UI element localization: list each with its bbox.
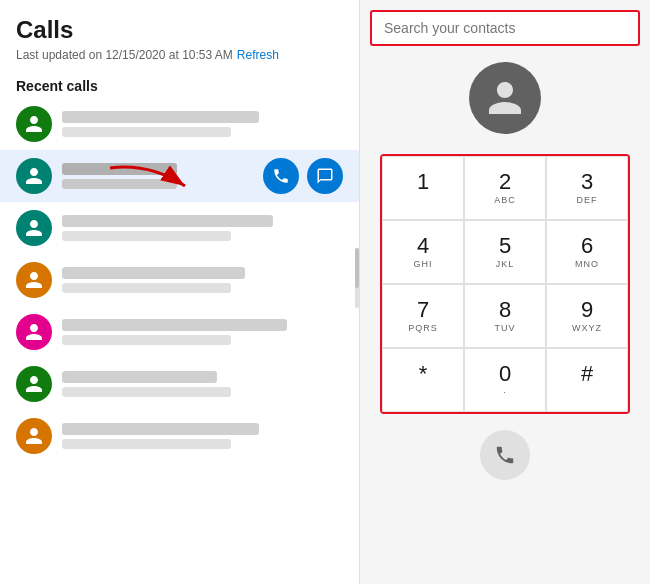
last-updated-line: Last updated on 12/15/2020 at 10:53 AM R… <box>16 48 343 62</box>
dial-number-hash: # <box>581 363 593 385</box>
contact-detail-blur-7 <box>62 439 231 449</box>
action-buttons <box>263 158 343 194</box>
contact-info-7 <box>62 423 343 449</box>
dial-key-7[interactable]: 7 PQRS <box>382 284 464 348</box>
dial-key-0[interactable]: 0 · <box>464 348 546 412</box>
contact-name-blur-7 <box>62 423 259 435</box>
dial-key-1[interactable]: 1 <box>382 156 464 220</box>
last-updated-text: Last updated on 12/15/2020 at 10:53 AM <box>16 48 233 62</box>
dial-key-9[interactable]: 9 WXYZ <box>546 284 628 348</box>
contact-info-2 <box>62 163 253 189</box>
contact-name-blur-5 <box>62 319 287 331</box>
dial-letters-hash <box>585 387 589 397</box>
dial-number-9: 9 <box>581 299 593 321</box>
page-title: Calls <box>16 16 343 44</box>
dial-key-6[interactable]: 6 MNO <box>546 220 628 284</box>
call-item-3[interactable] <box>0 202 359 254</box>
call-action-button[interactable] <box>263 158 299 194</box>
call-item-5[interactable] <box>0 306 359 358</box>
dial-key-hash[interactable]: # <box>546 348 628 412</box>
avatar-3 <box>16 210 52 246</box>
dial-key-4[interactable]: 4 GHI <box>382 220 464 284</box>
contact-info-5 <box>62 319 343 345</box>
contact-detail-blur-2 <box>62 179 177 189</box>
contact-detail-blur-3 <box>62 231 231 241</box>
contact-detail-blur-5 <box>62 335 231 345</box>
contact-detail-blur-6 <box>62 387 231 397</box>
contact-info-1 <box>62 111 343 137</box>
dial-number-1: 1 <box>417 171 429 193</box>
call-item-7[interactable] <box>0 410 359 462</box>
left-panel: Calls Last updated on 12/15/2020 at 10:5… <box>0 0 360 584</box>
call-item-1[interactable] <box>0 98 359 150</box>
dial-key-3[interactable]: 3 DEF <box>546 156 628 220</box>
avatar-7 <box>16 418 52 454</box>
dial-letters-6: MNO <box>575 259 599 269</box>
dial-number-7: 7 <box>417 299 429 321</box>
dial-key-5[interactable]: 5 JKL <box>464 220 546 284</box>
dial-letters-0: · <box>503 387 507 397</box>
bottom-call-button[interactable] <box>480 430 530 480</box>
dial-number-3: 3 <box>581 171 593 193</box>
dial-letters-8: TUV <box>495 323 516 333</box>
contact-name-blur-2 <box>62 163 177 175</box>
call-item-6[interactable] <box>0 358 359 410</box>
dial-letters-5: JKL <box>496 259 515 269</box>
contact-detail-blur-1 <box>62 127 231 137</box>
search-box <box>370 10 640 46</box>
dial-number-2: 2 <box>499 171 511 193</box>
avatar-2 <box>16 158 52 194</box>
dial-letters-9: WXYZ <box>572 323 602 333</box>
dial-number-star: * <box>419 363 428 385</box>
right-panel: 1 2 ABC 3 DEF 4 GHI 5 JKL <box>360 0 650 584</box>
dial-number-0: 0 <box>499 363 511 385</box>
dial-number-8: 8 <box>499 299 511 321</box>
avatar-4 <box>16 262 52 298</box>
contact-avatar-placeholder <box>469 62 541 134</box>
call-item-4[interactable] <box>0 254 359 306</box>
contact-name-blur-1 <box>62 111 259 123</box>
dialpad: 1 2 ABC 3 DEF 4 GHI 5 JKL <box>380 154 630 414</box>
calls-list-container <box>0 98 359 584</box>
contact-name-blur-3 <box>62 215 273 227</box>
contact-info-3 <box>62 215 343 241</box>
dial-key-2[interactable]: 2 ABC <box>464 156 546 220</box>
dial-letters-2: ABC <box>494 195 516 205</box>
avatar-5 <box>16 314 52 350</box>
dial-letters-star <box>421 387 425 397</box>
avatar-1 <box>16 106 52 142</box>
contact-name-blur-6 <box>62 371 217 383</box>
dial-number-5: 5 <box>499 235 511 257</box>
search-input[interactable] <box>370 10 640 46</box>
scrollbar-track[interactable] <box>355 248 359 308</box>
message-action-button[interactable] <box>307 158 343 194</box>
dial-letters-4: GHI <box>413 259 432 269</box>
dial-letters-1 <box>421 195 425 205</box>
dial-key-star[interactable]: * <box>382 348 464 412</box>
dial-letters-7: PQRS <box>408 323 438 333</box>
call-item-2[interactable] <box>0 150 359 202</box>
calls-list <box>0 98 359 462</box>
avatar-6 <box>16 366 52 402</box>
dial-number-4: 4 <box>417 235 429 257</box>
contact-info-6 <box>62 371 343 397</box>
contact-info-4 <box>62 267 343 293</box>
contact-detail-blur-4 <box>62 283 231 293</box>
left-header: Calls Last updated on 12/15/2020 at 10:5… <box>0 0 359 70</box>
refresh-button[interactable]: Refresh <box>237 48 279 62</box>
contact-name-blur-4 <box>62 267 245 279</box>
dialpad-grid: 1 2 ABC 3 DEF 4 GHI 5 JKL <box>382 156 628 412</box>
recent-calls-label: Recent calls <box>0 70 359 98</box>
dial-key-8[interactable]: 8 TUV <box>464 284 546 348</box>
scrollbar-thumb[interactable] <box>355 248 359 288</box>
dial-number-6: 6 <box>581 235 593 257</box>
dial-letters-3: DEF <box>577 195 598 205</box>
